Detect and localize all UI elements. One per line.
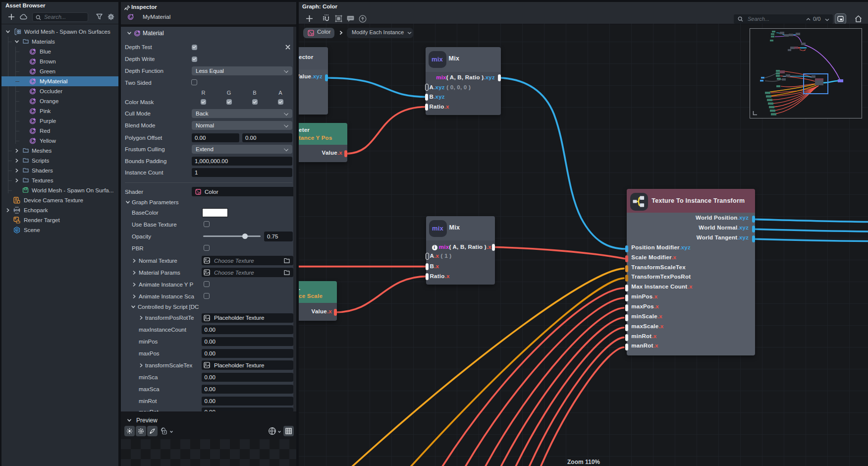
svg-text:HDR: HDR [14,209,21,212]
